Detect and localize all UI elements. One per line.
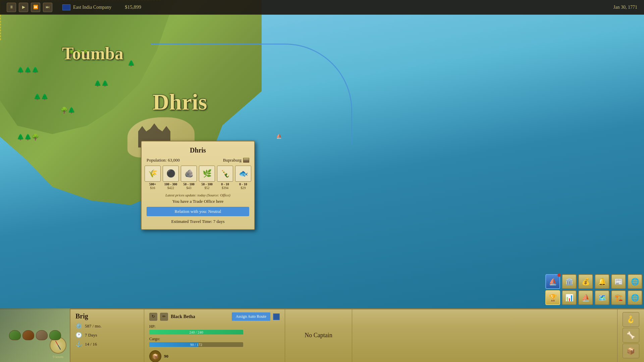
- ship-actions: 🪝 🦴 📦: [617, 308, 644, 362]
- good-price-fish: $29: [235, 186, 251, 190]
- route-line: [151, 44, 352, 144]
- good-qty-coal: 100 - 300: [163, 182, 179, 186]
- cargo-blob-3: [36, 330, 48, 340]
- good-price-wine: $394: [217, 186, 233, 190]
- ship-type: Brig: [75, 312, 139, 320]
- game-world: 🌲🌲🌲 🌲🌲 🌳🌳🌳 🌲🌲 🌳🌲 🌲 🌲🌲🌳 ⛵ Toumba Dhris Dh…: [0, 0, 644, 362]
- cargo-blob-4: [49, 330, 61, 340]
- assign-route-button[interactable]: Assign Auto Route: [232, 312, 270, 321]
- date-display: Jan 30, 1771: [613, 5, 637, 10]
- ship-info: Brig ⚙️ 587 / mo. 🕐 7 Days ⚓ 14 / 16: [70, 308, 144, 362]
- ui-btn-news[interactable]: 📰: [611, 274, 626, 289]
- relation-bar: Relation with you: Neutral: [147, 207, 249, 216]
- good-wine[interactable]: 🍾 0 - 10 $394: [217, 166, 233, 190]
- fastest-button[interactable]: ⏭: [43, 3, 52, 12]
- ship-income: 587 / mo.: [85, 323, 101, 329]
- country-badge: Bupraburg: [223, 158, 249, 163]
- ui-btn-map[interactable]: 🗺️: [595, 290, 609, 305]
- fast-forward-button[interactable]: ⏩: [31, 3, 40, 12]
- good-icon-spice: 🌿: [199, 166, 215, 182]
- hp-bar-container: HP: 240 / 240: [149, 324, 280, 335]
- good-icon-wine: 🍾: [217, 166, 233, 182]
- popup-city-title: Dhris: [147, 146, 249, 154]
- ship-crew: 14 / 16: [85, 342, 97, 347]
- captain-area[interactable]: No Captain: [285, 308, 352, 362]
- country-flag: [243, 158, 249, 163]
- company-badge: East India Company: [62, 4, 111, 10]
- cargo-bar-text: 90 / 172: [149, 342, 243, 347]
- ship-days-stat: 🕐 7 Days: [75, 332, 139, 338]
- good-spice[interactable]: 🌿 50 - 100 $52: [199, 166, 215, 190]
- income-icon: ⚙️: [75, 323, 82, 329]
- tree-cluster-4: 🌲🌲: [94, 80, 109, 86]
- ui-btn-finance[interactable]: 💰: [578, 274, 593, 289]
- ship-income-stat: ⚙️ 587 / mo.: [75, 323, 139, 329]
- cargo-bar-wrapper: 90 / 172: [149, 342, 280, 347]
- ui-btn-bell[interactable]: 🔔: [595, 274, 609, 289]
- hp-label-text: HP:: [149, 324, 280, 329]
- play-button[interactable]: ▶: [19, 3, 28, 12]
- ui-btn-build[interactable]: 🏗️: [611, 290, 626, 305]
- good-qty-spice: 50 - 100: [199, 182, 215, 186]
- good-wheat[interactable]: 🌾 500+ $16: [145, 166, 161, 190]
- population-label: Population: 63,000: [147, 158, 180, 163]
- hp-bar-wrapper: 240 / 240: [149, 330, 280, 335]
- tree-cluster-6: 🌲: [127, 60, 135, 66]
- cargo-item-icon: 📦: [149, 350, 161, 362]
- good-price-spice: $52: [199, 186, 215, 190]
- good-fish[interactable]: 🐟 0 - 10 $29: [235, 166, 251, 190]
- crew-icon: ⚓: [75, 341, 82, 347]
- good-price-coal: $422: [163, 186, 179, 190]
- tree-cluster-1: 🌲🌲🌲: [17, 67, 39, 73]
- good-price-wheat: $16: [145, 186, 161, 190]
- country-name: Bupraburg: [223, 158, 241, 163]
- hp-bar-text: 240 / 240: [149, 330, 243, 335]
- money-display: $15,899: [125, 4, 141, 10]
- action-btn-1[interactable]: 🪝: [623, 312, 639, 327]
- playback-controls: ⏸ ▶ ⏩ ⏭: [7, 3, 52, 12]
- ship-crew-stat: ⚓ 14 / 16: [75, 341, 139, 347]
- action-btn-2[interactable]: 🦴: [623, 328, 639, 343]
- trade-office-notice: You have a Trade Office here: [147, 199, 249, 204]
- refresh-button[interactable]: ↻: [149, 313, 157, 321]
- cargo-blobs: [6, 327, 64, 344]
- good-coal[interactable]: ⚫ 100 - 300 $422: [163, 166, 179, 190]
- tree-cluster-2: 🌲🌲: [34, 94, 48, 100]
- tree-cluster-7: 🌲🌲🌳: [17, 134, 39, 140]
- action-btn-3[interactable]: 📦: [623, 344, 639, 358]
- days-icon: 🕐: [75, 332, 82, 338]
- good-price-stone: $43: [181, 186, 197, 190]
- good-icon-stone: 🪨: [181, 166, 197, 182]
- cargo-blob-1: [9, 330, 21, 340]
- ui-btn-ship2[interactable]: ⛵: [578, 290, 593, 305]
- company-flag: [62, 4, 70, 10]
- ship-preview-content: [6, 327, 64, 344]
- edit-button[interactable]: ✏: [160, 313, 168, 321]
- icon-row-2: 🏆 📊 ⛵ 🗺️ 🏗️ 🌐: [545, 290, 642, 305]
- cargo-label-text: Cargo:: [149, 337, 280, 342]
- notification-dot: [557, 274, 561, 277]
- ship-preview: 9 knots: [0, 308, 70, 362]
- ui-btn-trophy[interactable]: 🏆: [545, 290, 560, 305]
- pause-button[interactable]: ⏸: [7, 3, 16, 12]
- good-stone[interactable]: 🪨 50 - 100 $43: [181, 166, 197, 190]
- good-qty-stone: 50 - 100: [181, 182, 197, 186]
- no-captain-text: No Captain: [305, 332, 332, 339]
- tree-cluster-5: 🌳🌲: [60, 107, 75, 113]
- knots-text: 9 knots: [50, 355, 66, 359]
- cargo-bar-container: Cargo: 90 / 172: [149, 337, 280, 347]
- ui-btn-buildings[interactable]: 🏛️: [562, 274, 577, 289]
- good-icon-wheat: 🌾: [145, 166, 161, 182]
- ui-btn-world[interactable]: 🌐: [628, 290, 642, 305]
- route-color-box[interactable]: [273, 313, 280, 320]
- city-popup: Dhris Population: 63,000 Bupraburg 🌾 500…: [141, 141, 255, 230]
- ui-btn-globe[interactable]: 🌐: [628, 274, 642, 289]
- ui-btn-chart[interactable]: 📊: [562, 290, 577, 305]
- ui-btn-sail[interactable]: ⛵: [545, 274, 560, 289]
- ship-on-map: ⛵: [276, 133, 282, 139]
- icon-row-1: ⛵ 🏛️ 💰 🔔 📰 🌐: [545, 274, 642, 289]
- good-qty-wheat: 500+: [145, 182, 161, 186]
- travel-time: Estimated Travel Time: 7 days: [147, 219, 249, 224]
- good-icon-fish: 🐟: [235, 166, 251, 182]
- cargo-item-qty: 90: [164, 354, 168, 359]
